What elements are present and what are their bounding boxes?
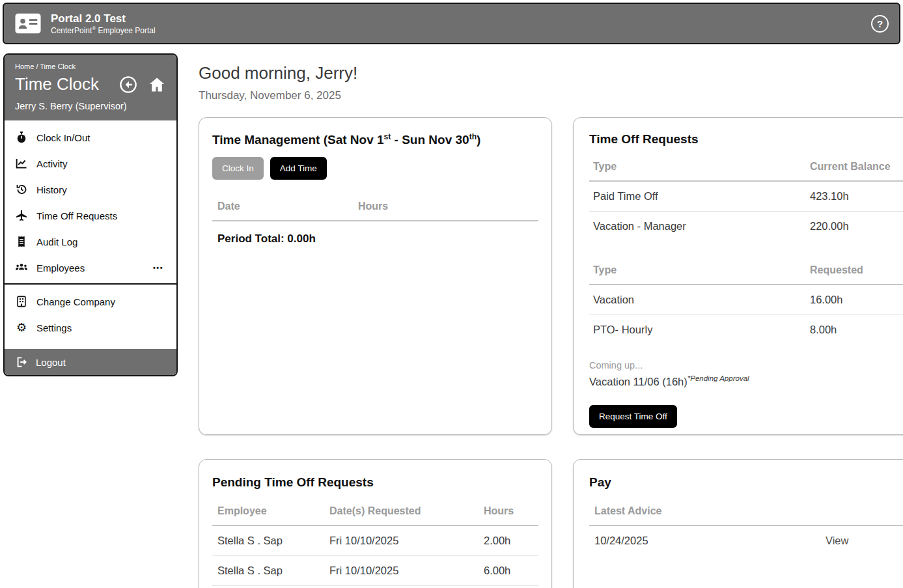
sidebar-header: Home / Time Clock Time Clock Jerry S. Be… [5,55,176,120]
employees-more-icon[interactable]: ••• [150,262,166,273]
column-header-employee: Employee [212,500,324,525]
page-title: Time Clock [15,74,109,94]
app-subtitle: CenterPoint® Employee Portal [51,25,156,35]
pending-approval-note: *Pending Approval [688,374,749,382]
advice-date: 10/24/2025 [589,525,820,555]
history-icon [15,183,28,196]
time-management-card: Time Management (Sat Nov 1st - Sun Nov 3… [199,117,552,435]
stopwatch-icon [15,131,28,144]
hours-value: 6.00h [479,556,538,586]
requested-value: 16.00h [806,285,903,315]
sidebar-item-label: Settings [36,322,166,333]
sidebar-item-label: Activity [36,158,166,169]
gear-icon: ⚙ [15,321,28,334]
sidebar-item-employees[interactable]: Employees ••• [5,255,176,281]
table-row: Vacation 16.00h [589,285,903,315]
time-off-requests-card: Time Off Requests Type Current Balance P… [573,117,903,435]
pending-requests-table: Employee Date(s) Requested Hours Stella … [212,500,538,586]
pay-table: Latest Advice 10/24/2025 View [589,500,903,555]
requested-value: 8.00h [806,315,903,345]
employee-name: Stella S . Sap [212,556,324,586]
sidebar-secondary-nav: Change Company ⚙ Settings [5,285,176,343]
request-time-off-button[interactable]: Request Time Off [589,405,677,428]
sidebar-item-label: Audit Log [36,236,166,247]
upcoming-time-off: Vacation 11/06 (16h)*Pending Approval [589,374,903,388]
date-requested: Fri 10/10/2025 [324,556,479,586]
home-icon[interactable] [148,76,166,94]
add-time-button[interactable]: Add Time [270,157,327,180]
greeting-block: Good morning, Jerry! Thursday, November … [199,63,357,102]
sidebar-item-label: Time Off Requests [36,210,166,221]
users-icon [15,261,28,274]
sidebar-item-label: Change Company [36,296,166,307]
sidebar: Home / Time Clock Time Clock Jerry S. Be… [3,53,178,376]
sidebar-item-label: Clock In/Out [36,132,166,143]
plane-icon [15,209,28,222]
help-icon[interactable]: ? [871,15,889,33]
chart-line-icon [15,157,28,170]
top-bar: Portal 2.0 Test CenterPoint® Employee Po… [3,3,900,44]
logout-label: Logout [36,357,66,368]
app-titles: Portal 2.0 Test CenterPoint® Employee Po… [51,12,156,35]
date-requested: Fri 10/10/2025 [324,525,479,556]
column-header-requested: Requested [806,259,903,285]
requested-type: Vacation [589,285,806,315]
sidebar-item-time-off-requests[interactable]: Time Off Requests [5,203,176,229]
logout-button[interactable]: Logout [5,349,176,375]
column-header-type: Type [589,156,806,181]
current-date: Thursday, November 6, 2025 [199,89,357,102]
building-icon [15,295,28,308]
time-off-requests-title: Time Off Requests [589,132,903,147]
column-header-current-balance: Current Balance [806,156,903,181]
current-user-label: Jerry S. Berry (Supervisor) [15,101,166,111]
table-row: 10/24/2025 View [589,525,903,555]
balance-type: Paid Time Off [589,181,806,212]
receipt-icon [15,235,28,248]
column-header-hours: Hours [479,500,538,525]
sidebar-nav: Clock In/Out Activity History [5,120,176,283]
breadcrumb: Home / Time Clock [15,63,166,70]
app-title: Portal 2.0 Test [51,12,156,25]
column-header-hours: Hours [353,195,538,221]
view-advice-link[interactable]: View [826,535,848,546]
logout-icon [15,356,28,369]
requested-type: PTO- Hourly [589,315,806,345]
sidebar-item-change-company[interactable]: Change Company [5,288,176,315]
employee-name: Stella S . Sap [212,525,324,556]
balance-value: 220.00h [806,212,903,242]
clock-in-button[interactable]: Clock In [212,157,264,180]
column-header-type: Type [589,259,806,285]
sidebar-item-label: Employees [36,262,150,273]
pending-requests-title: Pending Time Off Requests [212,475,538,490]
table-row: Stella S . Sap Fri 10/10/2025 6.00h [212,556,538,586]
time-entries-table: Date Hours [212,195,538,221]
table-row: Stella S . Sap Fri 10/10/2025 2.00h [212,525,538,556]
sidebar-item-clock-in-out[interactable]: Clock In/Out [5,124,176,150]
sidebar-item-audit-log[interactable]: Audit Log [5,229,176,255]
balance-table: Type Current Balance Paid Time Off 423.1… [589,156,903,241]
sidebar-item-history[interactable]: History [5,176,176,203]
column-header-latest-advice: Latest Advice [589,500,820,525]
column-header-dates-requested: Date(s) Requested [324,500,479,525]
pay-card: Pay Latest Advice 10/24/2025 View [573,459,903,588]
coming-up-label: Coming up... [589,360,903,371]
table-row: Vacation - Manager 220.00h [589,212,903,242]
hours-value: 2.00h [479,525,538,556]
pay-title: Pay [589,475,903,490]
id-card-logo-icon [14,12,42,35]
time-management-title: Time Management (Sat Nov 1st - Sun Nov 3… [212,132,538,147]
period-total: Period Total: 0.00h [212,221,538,257]
column-header-date: Date [212,195,353,221]
back-circle-icon[interactable] [119,76,137,94]
sidebar-item-label: History [36,184,166,195]
sidebar-item-settings[interactable]: ⚙ Settings [5,315,176,341]
table-row: PTO- Hourly 8.00h [589,315,903,345]
greeting-text: Good morning, Jerry! [199,63,357,83]
balance-value: 423.10h [806,181,903,212]
balance-type: Vacation - Manager [589,212,806,242]
sidebar-item-activity[interactable]: Activity [5,150,176,176]
pending-time-off-requests-card: Pending Time Off Requests Employee Date(… [199,459,552,588]
requested-table: Type Requested Vacation 16.00h PTO- Hour… [589,259,903,344]
table-row: Paid Time Off 423.10h [589,181,903,212]
